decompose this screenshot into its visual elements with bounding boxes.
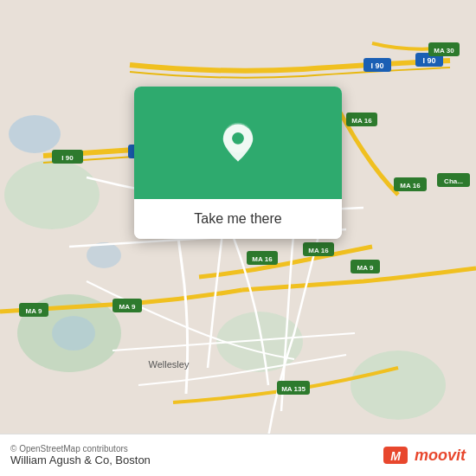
bottom-bar: © OpenStreetMap contributors William Agu… (0, 434, 476, 476)
moovit-logo: M moovit (382, 441, 466, 469)
popup-card: Take me there (134, 87, 342, 239)
svg-text:Wellesley: Wellesley (149, 359, 190, 370)
popup-green-section (134, 87, 342, 199)
svg-text:I 90: I 90 (370, 61, 383, 70)
svg-point-6 (52, 316, 95, 351)
moovit-icon: M (382, 441, 409, 469)
svg-point-37 (232, 132, 244, 145)
svg-text:MA 135: MA 135 (281, 385, 306, 393)
svg-text:M: M (390, 449, 401, 463)
location-text: William Agush & Co, Boston (10, 453, 151, 466)
svg-point-2 (351, 351, 446, 420)
map-container: I 90 I 90 I 90 I 90 MA 16 Cha... MA 30 M… (0, 0, 476, 476)
svg-text:MA 16: MA 16 (252, 255, 273, 263)
svg-text:MA 16: MA 16 (400, 182, 421, 190)
take-me-there-label: Take me there (194, 211, 281, 227)
moovit-name: moovit (415, 447, 466, 465)
svg-text:MA 9: MA 9 (26, 307, 42, 315)
location-pin-icon (216, 121, 260, 164)
take-me-there-button[interactable]: Take me there (134, 199, 342, 239)
svg-text:MA 16: MA 16 (308, 247, 329, 254)
copyright-text: © OpenStreetMap contributors (10, 444, 151, 453)
svg-text:MA 30: MA 30 (434, 47, 454, 55)
svg-text:I 90: I 90 (61, 154, 74, 162)
svg-text:Cha...: Cha... (444, 177, 463, 185)
svg-point-0 (4, 160, 100, 229)
svg-text:MA 16: MA 16 (351, 117, 372, 125)
bottom-left: © OpenStreetMap contributors William Agu… (10, 444, 151, 466)
svg-text:MA 9: MA 9 (357, 264, 374, 272)
svg-point-4 (9, 115, 61, 153)
svg-text:MA 9: MA 9 (119, 303, 136, 311)
svg-text:I 90: I 90 (422, 56, 435, 65)
